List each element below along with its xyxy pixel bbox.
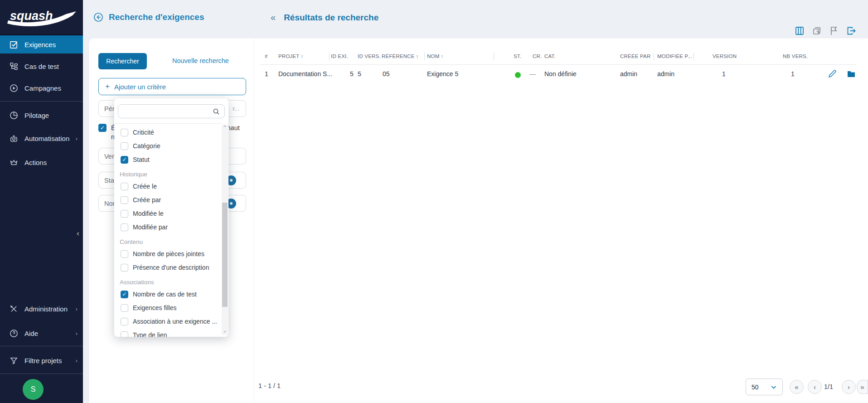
sidebar-item-actions[interactable]: Actions [0,153,83,171]
row-projet: Documentation S... [278,70,332,78]
search-button[interactable]: Rechercher [98,53,147,69]
row-num: 1 [265,70,268,78]
col-header-id-exi[interactable]: ID EXI. [331,53,348,59]
checkbox-checked-icon[interactable]: ✓ [121,156,128,164]
export-icon[interactable] [846,25,857,36]
select-rows-icon[interactable] [811,25,822,36]
checkbox-icon[interactable] [121,210,128,218]
flag-icon[interactable] [829,25,839,36]
checkbox-icon[interactable] [121,142,128,150]
checkbox-icon[interactable] [121,183,128,190]
criteria-option[interactable]: ✓Nombre de cas de test [114,287,221,301]
criteria-option[interactable]: Type de lien [114,328,221,337]
status-dot [515,72,521,78]
funnel-icon [9,356,18,365]
row-creee-par: admin [620,70,637,78]
sidebar-collapse-chevron[interactable]: ‹ [77,229,79,238]
criteria-option[interactable]: Catégorie [114,139,221,153]
sidebar-item-campagnes[interactable]: Campagnes [0,79,83,97]
search-page-title-row: Recherche d'exigences [93,12,204,22]
col-header-nb-vers[interactable]: NB VERS. [783,53,808,59]
prev-page-button[interactable]: ‹ [808,380,822,394]
criteria-option[interactable]: Présence d'une description [114,261,221,274]
chevron-right-icon: › [76,135,78,142]
checkbox-icon[interactable] [121,250,128,258]
chevron-down-icon [771,384,777,390]
scroll-up-icon[interactable]: ⌃ [222,125,228,132]
col-header-st[interactable]: ST. [514,53,521,59]
new-search-link[interactable]: Nouvelle recherche [172,57,229,64]
page-size-select[interactable]: 50 [746,379,783,395]
col-header-version[interactable]: VERSION [713,53,737,59]
row-nb-vers: 1 [791,70,795,78]
sidebar-item-filtre-projets[interactable]: Filtre projets › [0,351,83,369]
sidebar-item-label: Administration [24,305,68,313]
add-criteria-button[interactable]: + Ajouter un critère [98,78,246,95]
col-header-creee-par[interactable]: CRÉÉE PAR [620,53,650,59]
sidebar-item-administration[interactable]: Administration › [0,300,83,318]
col-header-cr[interactable]: CR. [533,53,542,59]
criteria-option[interactable]: Nombre de pièces jointes [114,247,221,261]
checkbox-checked-icon[interactable]: ✓ [121,291,128,298]
header-underline [260,64,857,65]
dropdown-scrollbar[interactable]: ⌃ ⌄ [222,125,228,335]
criteria-search-input[interactable] [123,108,213,115]
logo-text: squash [10,9,53,23]
checkbox-icon[interactable] [121,223,128,231]
col-header-reference[interactable]: RÉFÉRENCE↑ [382,53,418,59]
checkbox-icon[interactable] [121,264,128,272]
checkbox-icon[interactable] [121,331,128,337]
back-arrow-circle-icon[interactable] [93,12,103,22]
criteria-option[interactable]: ✓Statut [114,153,221,166]
scrollbar-thumb[interactable] [222,203,228,307]
sidebar-item-pilotage[interactable]: Pilotage [0,106,83,124]
checkbox-checked-icon[interactable]: ✓ [98,124,107,132]
sort-asc-icon: ↑ [441,53,443,59]
criteria-search-box[interactable] [118,104,225,118]
collapse-panel-icon[interactable]: « [271,12,276,23]
sidebar-item-exigences[interactable]: Exigences [0,35,83,53]
criteria-option[interactable]: Association à une exigence ... [114,315,221,328]
criteria-option[interactable]: Criticité [114,126,221,139]
scroll-down-icon[interactable]: ⌄ [222,328,228,335]
chevron-right-icon: › [76,357,78,364]
col-header-modifiee-par[interactable]: MODIFIÉE P... [657,53,692,59]
col-header-nom[interactable]: NOM↑ [427,53,443,59]
last-page-button[interactable]: » [857,380,868,394]
criteria-group-label: Contenu [114,234,221,247]
criteria-option[interactable]: Exigences filles [114,301,221,315]
next-page-button[interactable]: › [842,380,856,394]
row-criticite: — [529,70,536,78]
pie-chart-icon [9,111,18,120]
robot-icon [9,134,18,143]
sidebar-item-aide[interactable]: Aide › [0,324,83,342]
criteria-option[interactable]: Modifiée par [114,220,221,234]
columns-icon[interactable] [794,25,805,36]
first-page-button[interactable]: « [790,380,804,394]
sidebar-divider [0,346,83,346]
sidebar-item-cas-de-test[interactable]: Cas de test [0,57,83,75]
sidebar-item-automatisation[interactable]: Automatisation › [0,129,83,147]
criteria-dropdown: Criticité Catégorie ✓Statut Historique C… [114,98,228,337]
criteria-option[interactable]: Modifiée le [114,207,221,220]
checkbox-icon[interactable] [121,129,128,136]
col-header-id-vers[interactable]: ID VERS. [358,53,381,59]
sidebar-item-label: Filtre projets [24,357,62,364]
sidebar-divider [0,374,83,374]
col-header-projet[interactable]: PROJET↑ [278,53,303,59]
col-header-cat[interactable]: CAT. [544,53,556,59]
pagination-range: 1 - 1 / 1 [258,382,281,389]
page-indicator: 1/1 [824,383,833,390]
sidebar-item-label: Cas de test [24,63,59,70]
checkbox-icon[interactable] [121,304,128,312]
user-avatar[interactable]: S [23,379,44,400]
checkbox-icon[interactable] [121,196,128,204]
app-window: squash Exigences Cas de test Campagnes [0,0,868,403]
edit-pencil-icon[interactable] [828,69,837,78]
sidebar-item-label: Exigences [24,41,56,49]
criteria-option[interactable]: Créée par [114,193,221,207]
folder-icon[interactable] [847,69,856,78]
criteria-option[interactable]: Créée le [114,180,221,193]
page-size-value: 50 [752,384,759,391]
checkbox-icon[interactable] [121,318,128,325]
